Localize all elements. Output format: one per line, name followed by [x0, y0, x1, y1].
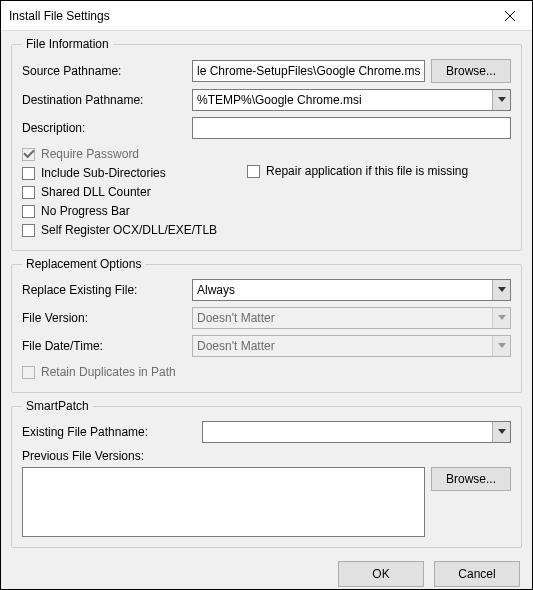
self-register-checkbox[interactable]: [22, 224, 35, 237]
content-area: File Information Source Pathname: Browse…: [1, 31, 532, 558]
repair-app-checkbox[interactable]: [247, 165, 260, 178]
description-input[interactable]: [192, 117, 511, 139]
browse-previous-button[interactable]: Browse...: [431, 467, 511, 491]
close-button[interactable]: [488, 1, 532, 31]
source-pathname-label: Source Pathname:: [22, 64, 192, 78]
file-date-value: Doesn't Matter: [197, 339, 492, 353]
retain-duplicates-label: Retain Duplicates in Path: [41, 365, 176, 379]
shared-dll-checkbox[interactable]: [22, 186, 35, 199]
file-version-combo: Doesn't Matter: [192, 307, 511, 329]
existing-pathname-combo[interactable]: [202, 421, 511, 443]
replace-existing-value: Always: [197, 283, 492, 297]
destination-pathname-value: %TEMP%\Google Chrome.msi: [197, 93, 492, 107]
previous-versions-label: Previous File Versions:: [22, 449, 511, 463]
description-label: Description:: [22, 121, 192, 135]
replace-existing-label: Replace Existing File:: [22, 283, 192, 297]
source-pathname-input[interactable]: [192, 60, 425, 82]
retain-duplicates-checkbox: [22, 366, 35, 379]
file-date-label: File Date/Time:: [22, 339, 192, 353]
no-progress-checkbox[interactable]: [22, 205, 35, 218]
file-date-combo: Doesn't Matter: [192, 335, 511, 357]
include-sub-label: Include Sub-Directories: [41, 166, 166, 180]
chevron-down-icon: [492, 308, 510, 328]
destination-pathname-combo[interactable]: %TEMP%\Google Chrome.msi: [192, 89, 511, 111]
install-file-settings-dialog: Install File Settings File Information S…: [0, 0, 533, 590]
file-information-group: File Information Source Pathname: Browse…: [11, 37, 522, 251]
smartpatch-legend: SmartPatch: [22, 399, 93, 413]
include-sub-checkbox[interactable]: [22, 167, 35, 180]
browse-source-button[interactable]: Browse...: [431, 59, 511, 83]
window-title: Install File Settings: [9, 9, 110, 23]
existing-pathname-label: Existing File Pathname:: [22, 425, 202, 439]
self-register-label: Self Register OCX/DLL/EXE/TLB: [41, 223, 217, 237]
chevron-down-icon: [492, 336, 510, 356]
close-icon: [505, 11, 515, 21]
destination-pathname-label: Destination Pathname:: [22, 93, 192, 107]
file-information-legend: File Information: [22, 37, 113, 51]
replacement-options-legend: Replacement Options: [22, 257, 145, 271]
chevron-down-icon: [492, 280, 510, 300]
require-password-label: Require Password: [41, 147, 139, 161]
shared-dll-label: Shared DLL Counter: [41, 185, 151, 199]
titlebar: Install File Settings: [1, 1, 532, 31]
require-password-checkbox: [22, 148, 35, 161]
ok-button[interactable]: OK: [338, 561, 424, 587]
file-version-value: Doesn't Matter: [197, 311, 492, 325]
replace-existing-combo[interactable]: Always: [192, 279, 511, 301]
dialog-footer: OK Cancel: [1, 558, 532, 589]
previous-versions-list[interactable]: [22, 467, 425, 537]
no-progress-label: No Progress Bar: [41, 204, 130, 218]
cancel-button[interactable]: Cancel: [434, 561, 520, 587]
chevron-down-icon: [492, 90, 510, 110]
smartpatch-group: SmartPatch Existing File Pathname: Previ…: [11, 399, 522, 548]
chevron-down-icon: [492, 422, 510, 442]
repair-app-label: Repair application if this file is missi…: [266, 164, 468, 178]
file-version-label: File Version:: [22, 311, 192, 325]
replacement-options-group: Replacement Options Replace Existing Fil…: [11, 257, 522, 393]
